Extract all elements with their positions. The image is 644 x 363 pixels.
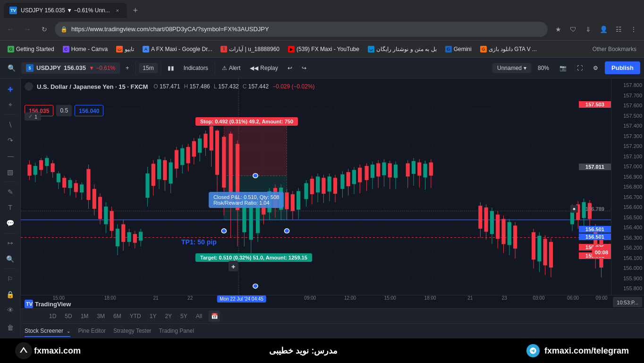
tab-close-button[interactable]: × <box>114 7 121 14</box>
measure-tool[interactable]: ↦ <box>3 236 18 250</box>
symbol-selector[interactable]: $ USDJPY 156.035 ▼ −0.61% <box>21 62 120 74</box>
price-tick: 155.900 <box>613 276 642 281</box>
tf-ytd[interactable]: YTD <box>126 311 145 321</box>
add-symbol-button[interactable]: + <box>122 63 133 73</box>
tf-3m[interactable]: 3M <box>93 311 109 321</box>
visible-tool[interactable]: 👁 <box>3 303 18 317</box>
replay-button[interactable]: ◀◀ Replay <box>246 63 281 73</box>
svg-rect-113 <box>310 179 314 194</box>
shield-button[interactable]: 🛡 <box>567 23 580 36</box>
bookmark-blog[interactable]: ب بل به متن و نوشتار رایگان <box>364 44 441 54</box>
trash-tool[interactable]: 🗑 <box>3 321 18 335</box>
zoom-percent-button[interactable]: 80% <box>534 63 553 73</box>
tf-5y[interactable]: 5Y <box>177 311 191 321</box>
fib-tool[interactable]: ▧ <box>3 165 18 179</box>
tp-label[interactable]: TP1: 50 pip <box>181 238 217 246</box>
time-tick-1500b: 15:00 <box>384 295 396 301</box>
bookmark-getting-started[interactable]: G Getting Started <box>4 44 58 54</box>
target-box[interactable]: Target: 0.510 (0.32%) 51.0, Amount: 1259… <box>195 253 312 262</box>
tab-pine-editor[interactable]: Pine Editor <box>78 326 106 337</box>
chart-container[interactable]: U.S. Dollar / Japanese Yen · 15 · FXCM O… <box>21 78 611 295</box>
bookmark-label: Gemini <box>454 46 472 52</box>
svg-rect-63 <box>157 159 161 179</box>
bookmark-fx-maxi-gdrive[interactable]: A A FX Maxi - Google Dr... <box>139 44 216 54</box>
ohlc-open: O 157.471 <box>153 83 180 90</box>
tf-1m[interactable]: 1M <box>77 311 93 321</box>
bookmark-gta[interactable]: G دانلود بازی GTA V ... <box>476 44 541 54</box>
unnamed-label[interactable]: Unnamed ▾ <box>492 63 531 73</box>
svg-rect-119 <box>328 177 331 192</box>
search-icon[interactable]: 🔍 <box>4 62 19 74</box>
crosshair-tool[interactable]: ⌖ <box>3 98 18 112</box>
timeframe-selector[interactable]: 15m <box>139 63 157 73</box>
ohlc-high: H 157.486 <box>184 83 210 90</box>
bookmark-favicon: آ <box>220 46 227 52</box>
tab-stock-screener[interactable]: Stock Screener ⌄ <box>25 326 70 337</box>
svg-point-14 <box>253 173 258 178</box>
undo-button[interactable]: ↩ <box>284 63 296 73</box>
text-tool[interactable]: T <box>3 200 18 214</box>
cursor-tool[interactable]: ✚ <box>3 82 18 96</box>
active-tab[interactable]: TV USDJPY 156.035 ▼ −0.61% Unn... × <box>4 3 127 18</box>
fullscreen-button[interactable]: ⛶ <box>573 63 586 73</box>
back-button[interactable]: ← <box>4 23 17 36</box>
indicators-button[interactable]: Indicators <box>180 63 212 73</box>
settings-button[interactable]: ⚙ <box>589 63 602 73</box>
bookmark-aparat[interactable]: آ آپارات | u_18888960 <box>217 44 283 54</box>
svg-rect-59 <box>145 173 149 198</box>
tab-strategy-tester[interactable]: Strategy Tester <box>113 326 151 337</box>
trend-tool[interactable]: ⸻ <box>3 149 18 163</box>
other-bookmarks[interactable]: Other Bookmarks <box>589 44 640 54</box>
line-tool[interactable]: ∖ <box>3 118 18 131</box>
symbol-logo <box>25 82 33 91</box>
lock-tool[interactable]: 🔒 <box>3 287 18 301</box>
tf-2y[interactable]: 2Y <box>161 311 176 321</box>
svg-rect-75 <box>192 141 196 157</box>
browser-window: TV USDJPY 156.035 ▼ −0.61% Unn... × + ← … <box>0 0 644 363</box>
alert-button[interactable]: ⚠ Alert <box>218 63 245 73</box>
third-price-value: 156.040 <box>79 108 99 114</box>
brush-tool[interactable]: ✎ <box>3 185 18 199</box>
trade-info-box[interactable]: Closed P&L: 0.510, Qty: 508 Risk/Reward … <box>209 192 284 208</box>
tf-5d[interactable]: 5D <box>61 311 76 321</box>
download-button[interactable]: ⇓ <box>582 23 595 36</box>
timeframe-bar: TV TradingView 1D 5D 1M 3M 6M YTD 1Y 2Y … <box>21 308 644 323</box>
tab-bar: TV USDJPY 156.035 ▼ −0.61% Unn... × + <box>0 0 644 18</box>
address-input[interactable]: 🔒 https://www.tradingview.com/chart/08PD… <box>55 22 548 37</box>
time-axis: 15:00 18:00 21 22 Mon 22 Jul '24 04:45 0… <box>21 295 644 308</box>
chart-svg <box>21 78 611 295</box>
bookmark-taypo[interactable]: ت تایپو <box>112 44 138 54</box>
calendar-button[interactable]: 📅 <box>209 311 220 322</box>
bookmark-canva[interactable]: C Home - Canva <box>59 44 111 54</box>
bookmark-gemini[interactable]: G Gemini <box>441 44 475 54</box>
redo-button[interactable]: ↪ <box>298 63 310 73</box>
address-text: https://www.tradingview.com/chart/08PD3y… <box>71 26 542 33</box>
tf-6m[interactable]: 6M <box>110 311 125 321</box>
svg-rect-115 <box>316 177 320 193</box>
menu-button[interactable]: ⋮ <box>627 23 640 36</box>
tf-all[interactable]: All <box>192 311 206 321</box>
time-tick-0300: 03:00 <box>533 295 544 301</box>
zoom-tool[interactable]: 🔍 <box>3 252 18 266</box>
svg-rect-151 <box>429 163 433 176</box>
chart-type-button[interactable]: ▮▮ <box>164 63 178 73</box>
profile-button[interactable]: 👤 <box>597 23 610 36</box>
tf-1y[interactable]: 1Y <box>146 311 161 321</box>
tf-1d[interactable]: 1D <box>45 311 60 321</box>
price-axis: 157.800 157.700 157.600 157.500 157.400 … <box>611 78 644 295</box>
camera-button[interactable]: 📷 <box>556 63 570 73</box>
ray-tool[interactable]: ↷ <box>3 134 18 147</box>
new-tab-button[interactable]: + <box>129 4 142 17</box>
reload-button[interactable]: ↻ <box>38 23 51 36</box>
svg-rect-143 <box>406 163 410 176</box>
stop-box[interactable]: Stop: 0.492 (0.31%) 49.2, Amount: 750 <box>195 117 298 126</box>
magnet-tool[interactable]: ⚐ <box>3 272 18 285</box>
bookmark-button[interactable]: ★ <box>551 23 565 36</box>
forward-button[interactable]: → <box>21 23 34 36</box>
tab-trading-panel[interactable]: Trading Panel <box>159 326 194 337</box>
extensions-button[interactable]: ☷ <box>612 23 625 36</box>
callout-tool[interactable]: 💬 <box>3 216 18 230</box>
svg-point-15 <box>221 229 226 233</box>
publish-button[interactable]: Publish <box>605 61 640 74</box>
bookmark-youtube[interactable]: ▶ (539) FX Maxi - YouTube <box>284 44 363 54</box>
